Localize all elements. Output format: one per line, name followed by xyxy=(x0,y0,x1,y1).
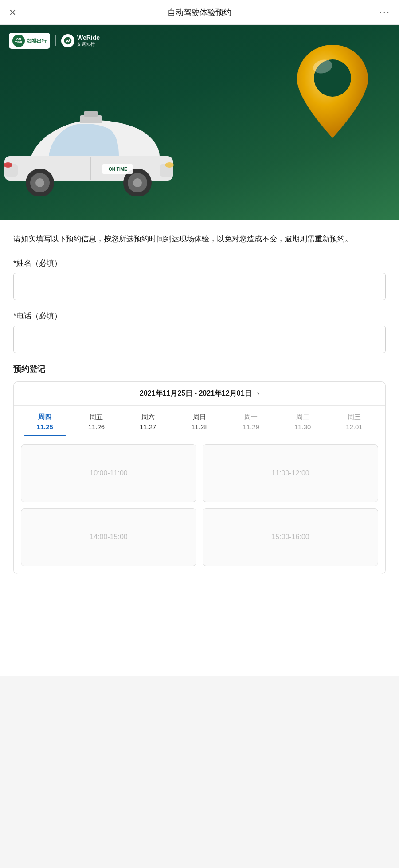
svg-text:ON TIME: ON TIME xyxy=(109,167,127,172)
weride-subtext: 文远知行 xyxy=(77,41,100,47)
day-num: 11.26 xyxy=(88,423,105,431)
logo-ontime: ONTIME 如祺出行 xyxy=(9,33,50,49)
day-tab-11.30[interactable]: 周二11.30 xyxy=(277,413,328,436)
day-tab-11.25[interactable]: 周四11.25 xyxy=(19,413,70,436)
bottom-spacer xyxy=(13,574,386,663)
booking-calendar: 2021年11月25日 - 2021年12月01日 › 周四11.25周五11.… xyxy=(13,381,386,574)
date-range-header[interactable]: 2021年11月25日 - 2021年12月01日 › xyxy=(14,382,385,406)
map-pin xyxy=(293,43,372,142)
ontime-icon: ONTIME xyxy=(12,35,25,47)
form-area: 请如实填写以下预约信息，按您所选预约时间到达现场体验，以免对您造成不变，逾期则需… xyxy=(0,220,399,676)
weride-icon xyxy=(61,34,74,47)
logo-divider xyxy=(55,35,56,46)
svg-point-10 xyxy=(35,178,44,187)
name-label: *姓名（必填） xyxy=(13,258,386,268)
weride-text: WeRide xyxy=(77,34,100,41)
svg-point-17 xyxy=(165,162,174,168)
day-num: 11.25 xyxy=(36,423,53,431)
time-slots-grid: 10:00-11:0011:00-12:0014:00-15:0015:00-1… xyxy=(14,436,385,574)
top-bar: ✕ 自动驾驶体验预约 ··· xyxy=(0,0,399,25)
more-button[interactable]: ··· xyxy=(379,7,390,18)
hero-logos: ONTIME 如祺出行 WeRide 文远知行 xyxy=(9,33,100,49)
description-text: 请如实填写以下预约信息，按您所选预约时间到达现场体验，以免对您造成不变，逾期则需… xyxy=(13,232,386,246)
weride-text-group: WeRide 文远知行 xyxy=(77,34,100,47)
day-tab-11.26[interactable]: 周五11.26 xyxy=(70,413,122,436)
day-num: 11.27 xyxy=(140,423,156,431)
time-slot-0[interactable]: 10:00-11:00 xyxy=(21,444,196,502)
booking-section-title: 预约登记 xyxy=(13,364,386,374)
day-tab-12.01[interactable]: 周三12.01 xyxy=(329,413,380,436)
time-slot-1[interactable]: 11:00-12:00 xyxy=(203,444,378,502)
close-button[interactable]: ✕ xyxy=(9,8,16,17)
day-tab-11.27[interactable]: 周六11.27 xyxy=(122,413,174,436)
page-title: 自动驾驶体验预约 xyxy=(168,7,231,18)
day-name: 周三 xyxy=(348,413,361,421)
car-image: ON TIME xyxy=(0,98,191,198)
time-slot-2[interactable]: 14:00-15:00 xyxy=(21,508,196,566)
day-name: 周六 xyxy=(141,413,155,421)
day-name: 周日 xyxy=(193,413,206,421)
hero-banner: ONTIME 如祺出行 WeRide 文远知行 xyxy=(0,25,399,220)
day-tab-11.28[interactable]: 周日11.28 xyxy=(174,413,225,436)
day-name: 周一 xyxy=(244,413,258,421)
logo-weride: WeRide 文远知行 xyxy=(61,34,100,47)
svg-rect-5 xyxy=(84,111,98,117)
day-num: 11.29 xyxy=(243,423,260,431)
logo-ontime-text: 如祺出行 xyxy=(27,38,47,44)
svg-point-18 xyxy=(4,162,12,168)
chevron-right-icon: › xyxy=(257,389,259,397)
phone-label: *电话（必填） xyxy=(13,311,386,321)
day-num: 11.30 xyxy=(294,423,311,431)
day-num: 12.01 xyxy=(346,423,363,431)
day-num: 11.28 xyxy=(191,423,208,431)
phone-input[interactable] xyxy=(13,326,386,353)
name-input[interactable] xyxy=(13,273,386,300)
day-name: 周五 xyxy=(90,413,103,421)
day-name: 周二 xyxy=(296,413,309,421)
svg-point-13 xyxy=(133,178,142,187)
day-tabs: 周四11.25周五11.26周六11.27周日11.28周一11.29周二11.… xyxy=(14,406,385,436)
day-tab-11.29[interactable]: 周一11.29 xyxy=(225,413,277,436)
date-range-text: 2021年11月25日 - 2021年12月01日 xyxy=(140,389,252,398)
time-slot-3[interactable]: 15:00-16:00 xyxy=(203,508,378,566)
day-name: 周四 xyxy=(38,413,51,421)
